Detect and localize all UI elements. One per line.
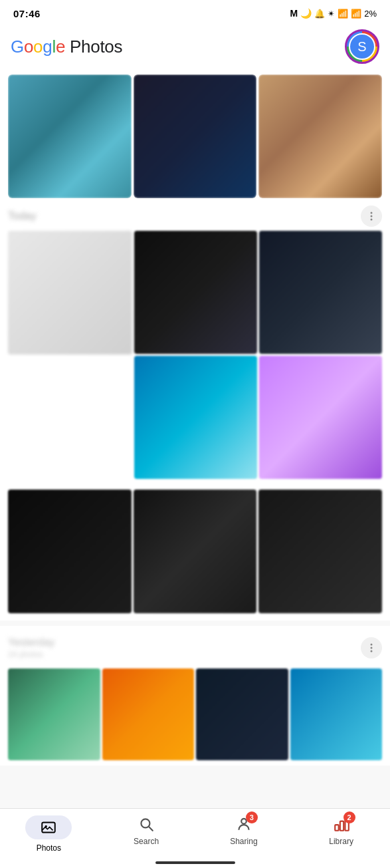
nav-label-sharing: Sharing xyxy=(230,837,257,846)
section2-subtitle: 24 photos xyxy=(8,650,55,659)
photo-tile[interactable] xyxy=(8,231,132,355)
nav-icon-search-wrap xyxy=(138,815,155,833)
bluetooth-icon: ✴ xyxy=(328,9,335,19)
photo-grid-top xyxy=(8,74,382,198)
photo-tile[interactable] xyxy=(8,668,100,761)
photo-tile[interactable] xyxy=(196,668,288,761)
svg-line-9 xyxy=(149,827,152,830)
battery-text: 2% xyxy=(364,9,377,19)
email-icon: M xyxy=(290,8,298,19)
main-content: Today xyxy=(0,69,390,808)
section-menu-icon[interactable] xyxy=(361,206,382,227)
more-icon xyxy=(365,642,377,654)
nav-icon-photos-wrap xyxy=(25,815,72,839)
title-photos: Photos xyxy=(65,37,122,57)
home-indicator xyxy=(155,861,235,864)
svg-point-8 xyxy=(142,819,150,827)
search-icon xyxy=(138,815,155,833)
nav-item-photos[interactable]: Photos xyxy=(0,815,98,853)
photo-tile[interactable] xyxy=(102,668,195,761)
section2-header: Yesterday 24 photos xyxy=(8,631,382,663)
image-icon xyxy=(40,819,57,836)
photo-tile[interactable] xyxy=(258,74,382,198)
nav-item-search[interactable]: Search xyxy=(98,815,195,846)
bell-icon: 🔔 xyxy=(314,9,325,19)
nav-item-sharing[interactable]: 3 Sharing xyxy=(195,815,293,846)
photo-tile[interactable] xyxy=(290,668,383,761)
sharing-badge: 3 xyxy=(246,811,258,823)
photo-tile[interactable] xyxy=(259,356,382,479)
bottom-nav: Photos Search 3 Sharing xyxy=(0,808,390,868)
grid-right xyxy=(134,231,382,479)
photo-tile[interactable] xyxy=(134,74,257,198)
photo-grid-bottom xyxy=(8,490,382,613)
nav-label-search: Search xyxy=(134,837,159,846)
title-g2: g xyxy=(43,37,52,57)
avatar-letter[interactable]: S xyxy=(349,33,375,60)
photo-section-top: Today xyxy=(0,69,390,621)
nav-label-library: Library xyxy=(329,837,353,846)
photo-tile[interactable] xyxy=(8,74,132,198)
nav-icon-library-wrap: 2 xyxy=(333,815,350,833)
moon-icon: 🌙 xyxy=(300,8,312,19)
status-time: 07:46 xyxy=(13,8,41,19)
signal-icon: 📶 xyxy=(351,9,361,19)
svg-rect-12 xyxy=(340,821,343,831)
nav-item-library[interactable]: 2 Library xyxy=(292,815,390,846)
account-avatar[interactable]: S xyxy=(345,29,379,64)
svg-rect-11 xyxy=(335,825,338,831)
section2-menu-icon[interactable] xyxy=(361,637,382,658)
library-badge: 2 xyxy=(343,811,355,823)
more-icon xyxy=(365,210,377,222)
title-o1: o xyxy=(24,37,33,57)
status-icons: M 🌙 🔔 ✴ 📶 📶 2% xyxy=(290,8,377,19)
photo-tile[interactable] xyxy=(258,490,382,613)
svg-point-4 xyxy=(371,647,373,649)
photo-tile[interactable] xyxy=(134,490,257,613)
section2-title: Yesterday xyxy=(8,637,55,649)
photo-tile[interactable] xyxy=(134,356,257,479)
nav-icon-sharing-wrap: 3 xyxy=(235,815,252,833)
svg-point-1 xyxy=(371,215,373,217)
status-bar: 07:46 M 🌙 🔔 ✴ 📶 📶 2% xyxy=(0,0,390,24)
svg-point-3 xyxy=(371,643,373,645)
title-g: G xyxy=(11,37,24,57)
photo-grid-section2 xyxy=(8,668,382,761)
svg-point-5 xyxy=(371,650,373,652)
wifi-icon: 📶 xyxy=(338,9,348,19)
photo-grid-middle xyxy=(8,231,382,479)
photo-tile[interactable] xyxy=(134,231,257,354)
photo-tile[interactable] xyxy=(8,490,132,613)
app-header: Google Photos S xyxy=(0,24,390,69)
section-title: Today xyxy=(8,210,37,222)
section-header: Today xyxy=(8,200,382,231)
photo-tile[interactable] xyxy=(259,231,382,354)
app-title: Google Photos xyxy=(11,37,122,57)
nav-pill-photos xyxy=(25,815,72,839)
title-o2: o xyxy=(33,37,43,57)
title-e: e xyxy=(56,37,65,57)
svg-point-0 xyxy=(371,212,373,214)
photo-section-second: Yesterday 24 photos xyxy=(0,626,390,766)
nav-label-photos: Photos xyxy=(37,843,61,853)
svg-point-2 xyxy=(371,218,373,220)
